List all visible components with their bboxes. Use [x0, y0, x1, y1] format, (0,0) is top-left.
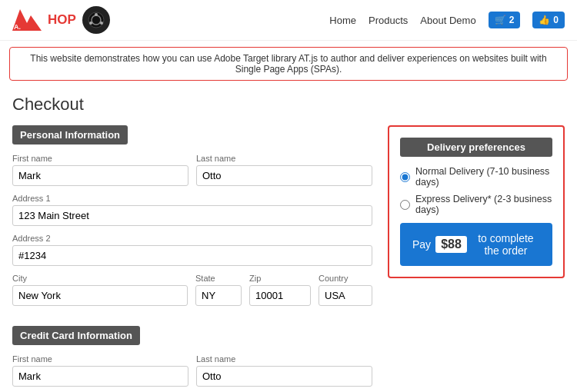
last-name-group: Last name: [196, 154, 372, 186]
country-label: Country: [319, 274, 372, 283]
right-column: Delivery preferences Normal Delivery (7-…: [388, 125, 565, 392]
left-column: Personal Information First name Last nam…: [12, 125, 372, 392]
express-delivery-option[interactable]: Express Delivery* (2-3 business days): [400, 194, 552, 215]
checkout-layout: Personal Information First name Last nam…: [12, 125, 565, 392]
like-icon: 👍: [539, 15, 550, 25]
credit-section: Credit Card Information First name Last …: [12, 326, 372, 392]
country-group: Country: [319, 274, 372, 306]
address2-label: Address 2: [12, 234, 372, 243]
cc-first-name-input[interactable]: [12, 366, 188, 387]
first-name-group: First name: [12, 154, 188, 186]
banner: This website demonstrates how you can us…: [9, 47, 568, 81]
delivery-box: Delivery preferences Normal Delivery (7-…: [388, 125, 565, 278]
credit-section-header: Credit Card Information: [12, 326, 140, 345]
like-button[interactable]: 👍 0: [532, 12, 565, 28]
logo-text: HOP: [48, 12, 76, 28]
logo-circle-icon: [82, 6, 110, 34]
personal-section: Personal Information First name Last nam…: [12, 125, 372, 314]
state-input[interactable]: [195, 285, 242, 306]
address1-group: Address 1: [12, 194, 372, 226]
zip-label: Zip: [249, 274, 311, 283]
nav-products[interactable]: Products: [369, 15, 408, 26]
page: Checkout Personal Information First name…: [0, 87, 577, 392]
normal-delivery-radio[interactable]: [400, 172, 410, 182]
pay-post-text: to complete the order: [472, 232, 540, 257]
nav-home[interactable]: Home: [329, 15, 356, 26]
first-name-label: First name: [12, 154, 188, 163]
address1-input[interactable]: [12, 205, 372, 226]
last-name-input[interactable]: [196, 165, 372, 186]
svg-point-5: [100, 22, 103, 25]
svg-text:A.: A.: [14, 23, 21, 31]
express-delivery-radio[interactable]: [400, 200, 410, 210]
pay-button[interactable]: Pay $88 to complete the order: [400, 223, 552, 266]
logo-icon: A.: [12, 9, 42, 31]
normal-delivery-label: Normal Delivery (7-10 business days): [415, 166, 552, 188]
banner-text: This website demonstrates how you can us…: [30, 53, 546, 75]
city-group: City: [12, 274, 188, 306]
cc-last-name-input[interactable]: [196, 366, 372, 387]
last-name-label: Last name: [196, 154, 372, 163]
name-row: First name Last name: [12, 154, 372, 194]
pay-pre-text: Pay: [412, 238, 431, 251]
cart-count: 2: [509, 15, 515, 25]
like-count: 0: [553, 15, 559, 25]
cc-first-name-group: First name: [12, 354, 188, 387]
first-name-input[interactable]: [12, 165, 188, 186]
city-row: City State Zip Country: [12, 274, 372, 314]
cc-last-name-group: Last name: [196, 354, 372, 387]
state-label: State: [195, 274, 242, 283]
city-label: City: [12, 274, 188, 283]
city-input[interactable]: [12, 285, 188, 306]
zip-input[interactable]: [249, 285, 311, 306]
normal-delivery-option[interactable]: Normal Delivery (7-10 business days): [400, 166, 552, 188]
nav: Home Products About Demo 🛒 2 👍 0: [329, 12, 565, 28]
express-delivery-label: Express Delivery* (2-3 business days): [415, 194, 552, 215]
cart-icon: 🛒: [495, 15, 506, 25]
cc-name-row: First name Last name: [12, 354, 372, 392]
logo-area: A. HOP: [12, 6, 110, 34]
address1-label: Address 1: [12, 194, 372, 203]
page-title: Checkout: [12, 95, 565, 115]
address2-group: Address 2: [12, 234, 372, 266]
personal-section-header: Personal Information: [12, 125, 128, 145]
cart-button[interactable]: 🛒 2: [489, 12, 521, 28]
header: A. HOP Home Products About Demo 🛒 2 👍 0: [0, 0, 577, 41]
address2-input[interactable]: [12, 245, 372, 266]
country-input[interactable]: [319, 285, 372, 306]
svg-point-6: [89, 22, 92, 25]
zip-group: Zip: [249, 274, 311, 306]
state-group: State: [195, 274, 242, 306]
pay-amount: $88: [435, 236, 467, 253]
cc-first-name-label: First name: [12, 354, 188, 364]
nav-about[interactable]: About Demo: [420, 15, 475, 26]
cc-last-name-label: Last name: [196, 354, 372, 364]
svg-point-4: [95, 13, 98, 16]
delivery-section-header: Delivery preferences: [400, 138, 552, 157]
